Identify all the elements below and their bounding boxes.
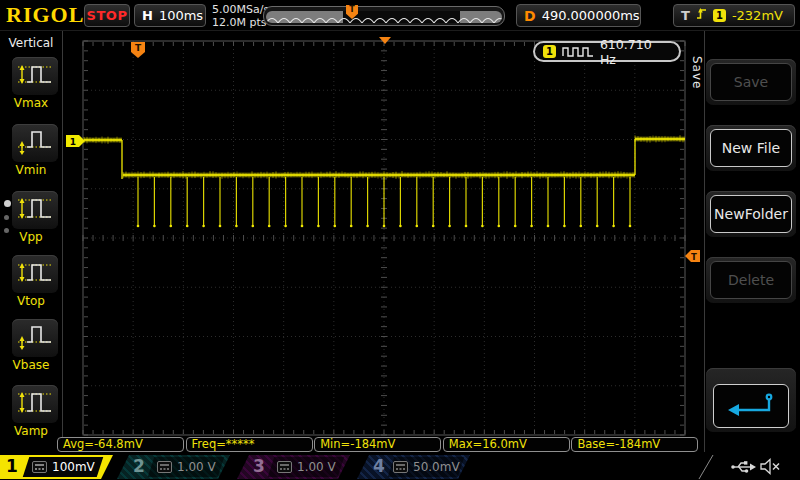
channel-badge-1[interactable]: 1 100mV (0, 455, 113, 479)
vtop-button[interactable] (12, 255, 58, 293)
menu-page-dot-active (4, 200, 11, 207)
channel-badge-3[interactable]: 3 1.00 V (237, 455, 350, 479)
memory-depth: 12.0M pts (212, 16, 269, 29)
dc-coupling-icon (277, 461, 292, 473)
channel-4-scale: 50.0mV (413, 460, 460, 474)
measurement-min: Min=-184mV (314, 437, 441, 452)
frequency-value: 610.710 Hz (600, 37, 671, 67)
channel-2-scale: 1.00 V (177, 460, 216, 474)
trigger-label: T (681, 8, 690, 23)
vpp-label: Vpp (0, 230, 62, 244)
run-state-label: STOP (87, 8, 128, 23)
horizontal-timebase: H 100ms (134, 4, 206, 27)
dc-coupling-icon (157, 461, 172, 473)
vtop-label: Vtop (0, 294, 62, 308)
usb-icon (730, 459, 756, 479)
menu-button-delete[interactable]: Delete (706, 257, 796, 303)
menu-page-dot (4, 228, 9, 233)
channel-badge-4[interactable]: 4 50.0mV (357, 455, 470, 479)
vmax-label: Vmax (0, 96, 62, 110)
right-menu-title: Save (690, 56, 704, 89)
channel-status-bar: 1 100mV 2 1.00 V 3 1.00 V 4 (0, 454, 800, 480)
trigger-source-badge: 1 (713, 9, 726, 22)
right-menu-divider (704, 31, 705, 452)
vbase-icon (15, 322, 55, 354)
memory-track (266, 11, 502, 23)
channel-4-number: 4 (373, 456, 385, 476)
vmin-button[interactable] (12, 124, 58, 162)
vamp-button[interactable] (12, 385, 58, 423)
vbase-label: Vbase (0, 358, 62, 372)
vbase-button[interactable] (12, 319, 58, 357)
trigger-level-value: -232mV (732, 8, 783, 23)
menu-button-delete-label: Delete (710, 261, 792, 299)
left-menu-divider (62, 31, 63, 452)
menu-page-dot (4, 215, 9, 220)
status-bar: RIGOL STOP H 100ms 5.00MSa/s 12.0M pts T… (0, 0, 800, 31)
vamp-label: Vamp (0, 424, 62, 438)
memory-waveform-bar: T (263, 6, 505, 26)
delay-label: D (524, 8, 536, 24)
menu-button-back[interactable] (706, 368, 796, 432)
menu-button-new-file-label: New File (710, 129, 792, 167)
menu-button-save-label: Save (710, 63, 792, 101)
dc-coupling-icon (393, 461, 408, 473)
dc-coupling-icon (32, 461, 47, 473)
run-state-indicator: STOP (84, 4, 130, 27)
frequency-counter: 1 610.710 Hz (533, 41, 681, 62)
channel-3-scale: 1.00 V (297, 460, 336, 474)
rigol-logo: RIGOL (6, 2, 84, 28)
channel-badge-2[interactable]: 2 1.00 V (117, 455, 230, 479)
menu-button-new-folder-label: NewFolder (710, 195, 792, 233)
left-menu-title: Vertical (0, 36, 62, 50)
rising-edge-icon (696, 6, 707, 25)
channel-1-scale: 100mV (52, 460, 95, 474)
delay-readout: D 490.000000ms (516, 4, 641, 27)
menu-button-new-folder[interactable]: NewFolder (706, 191, 796, 237)
beeper-muted-icon (760, 458, 782, 479)
return-arrow-icon (723, 389, 779, 423)
freq-counter-channel-badge: 1 (543, 45, 556, 58)
vpp-button[interactable] (12, 191, 58, 229)
horizontal-label: H (142, 8, 153, 23)
memory-wave-icon (266, 11, 502, 23)
timebase-value: 100ms (159, 8, 203, 23)
vmax-icon (15, 60, 55, 92)
svg-text:T: T (135, 43, 142, 53)
delay-value: 490.000000ms (542, 8, 640, 23)
measurement-avg: Avg=-64.8mV (57, 437, 184, 452)
vmin-label: Vmin (0, 163, 62, 177)
channel1-trace: TT1 (0, 0, 800, 480)
vamp-icon (15, 388, 55, 420)
status-bar-slash (698, 455, 714, 480)
trigger-readout: T 1 -232mV (673, 4, 795, 27)
svg-text:1: 1 (70, 137, 76, 147)
menu-button-save[interactable]: Save (706, 59, 796, 105)
channel-3-number: 3 (253, 456, 265, 476)
menu-button-new-file[interactable]: New File (706, 125, 796, 171)
vpp-icon (15, 194, 55, 226)
vmax-button[interactable] (12, 57, 58, 95)
graticule (0, 0, 800, 480)
vtop-icon (15, 258, 55, 290)
acquisition-info: 5.00MSa/s 12.0M pts (212, 3, 269, 29)
channel-2-number: 2 (133, 456, 145, 476)
square-wave-icon (562, 42, 594, 61)
measurement-max: Max=16.0mV (443, 437, 570, 452)
svg-text:T: T (691, 252, 697, 262)
vmin-icon (15, 127, 55, 159)
channel-1-number: 1 (6, 456, 18, 476)
sample-rate: 5.00MSa/s (212, 3, 269, 16)
measurement-freq: Freq=***** (186, 437, 313, 452)
measurement-base: Base=-184mV (571, 437, 698, 452)
